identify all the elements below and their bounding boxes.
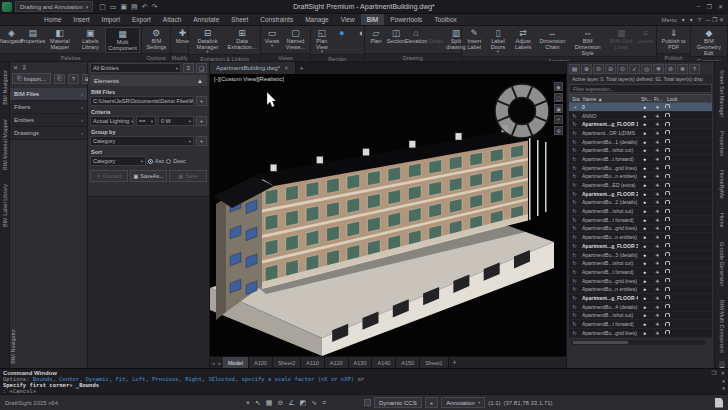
layer-row[interactable]: ↻ApartmentBu...3 (details)●☀ (569, 251, 712, 260)
bim-geometry-edit-button[interactable]: ◆BIM Geometry Edit (692, 27, 726, 56)
show-layer-icon[interactable]: ● (638, 243, 651, 249)
layer-row[interactable]: ↻ApartmentBu...grid lines)●☀ (569, 329, 712, 338)
freeze-layer-icon[interactable]: ☀ (651, 295, 664, 301)
command-option-link[interactable]: specify a scale factor (nX or nXP) (242, 376, 355, 382)
sort-combo[interactable]: Category▾ (90, 156, 146, 166)
close-tab-icon[interactable]: ✕ (284, 65, 289, 71)
layer-row[interactable]: ↻Apartment...g_FLOOR 4●☀ (569, 294, 712, 303)
freeze-layer-icon[interactable]: ☀ (651, 199, 664, 205)
show-layer-icon[interactable]: ● (638, 286, 651, 292)
chevron-down-icon[interactable]: ▾ (690, 16, 693, 23)
palette-tab-sheet-set-manager[interactable]: Sheet Set Manager (719, 64, 725, 123)
adjust-labels-button[interactable]: ⇄Adjust Labels (510, 27, 536, 56)
add-bim-file-button[interactable]: + (196, 96, 207, 106)
datalink-manager-button[interactable]: ⊟Datalink Manager▾ (190, 27, 225, 54)
show-layer-icon[interactable]: ● (638, 295, 651, 301)
menu-manage[interactable]: Manage (299, 14, 335, 25)
new-file-icon[interactable]: ▢ (99, 3, 106, 11)
show-layer-icon[interactable]: ● (638, 208, 651, 214)
show-layer-icon[interactable]: ● (638, 173, 651, 179)
window-control-icon[interactable]: ❐ (712, 17, 719, 23)
named-views-button[interactable]: ▢Named Views... (282, 27, 309, 53)
lineweight-icon[interactable]: ≡ (322, 399, 326, 407)
viewport-controls-label[interactable]: [-][Custom View][Realistic] (214, 76, 284, 82)
layer-row[interactable]: ↻Apartment...g_FLOOR 3●☀ (569, 242, 712, 251)
freeze-layer-icon[interactable]: ☀ (651, 304, 664, 310)
bim-settings-button[interactable]: ⚙BIM Settings (143, 27, 169, 53)
polar-icon[interactable]: ∠ (288, 399, 294, 407)
command-option-link[interactable]: Left (132, 376, 145, 382)
viewport-tool-button-4[interactable]: ⚙ (554, 126, 563, 135)
label-doors-button[interactable]: ▯Label Doors▾ (486, 27, 510, 56)
add-scale-button[interactable]: + (425, 397, 439, 408)
freeze-layer-icon[interactable]: ☀ (651, 130, 664, 136)
show-layer-icon[interactable]: ● (638, 121, 651, 127)
palette-tab-bim-multi-component[interactable]: BIM Multi Component (719, 294, 725, 359)
freeze-layer-icon[interactable]: ☀ (651, 208, 664, 214)
labels-library-button[interactable]: ▣Labels Library (76, 27, 105, 53)
menu-export[interactable]: Export (126, 14, 157, 25)
elements-section-header[interactable]: Elements ▲ (90, 75, 207, 86)
layer-row[interactable]: ➜0●☀ (569, 103, 712, 112)
data-extraction-button[interactable]: ⊞Data Extraction... (225, 27, 259, 54)
palette-tab-properties[interactable]: Properties (719, 125, 725, 162)
freeze-layer-icon[interactable]: ☀ (651, 225, 664, 231)
layer-row[interactable]: ↻ApartmentB...t forward)●☀ (569, 155, 712, 164)
layer-row[interactable]: ↻Apartment...OR 1(DIMS●☀ (569, 129, 712, 138)
freeze-layer-icon[interactable]: ☀ (651, 286, 664, 292)
redo-icon[interactable]: ↷ (152, 3, 158, 11)
freeze-layer-icon[interactable]: ☀ (651, 234, 664, 240)
render-sphere-icon[interactable]: ● (332, 27, 352, 54)
show-layer-icon[interactable]: ● (638, 139, 651, 145)
entity-filter-combo[interactable]: All Entities▾ (90, 63, 181, 73)
palette-tab-bim-label-library[interactable]: BIM Label Library (2, 178, 8, 233)
show-layer-icon[interactable]: ● (638, 199, 651, 205)
model-viewport[interactable]: [-][Custom View][Realistic] (210, 74, 566, 356)
viewport-tool-button-3[interactable]: ⌖ (554, 115, 563, 124)
layer-row[interactable]: ↻ApartmentB...tshot cut)●☀ (569, 312, 712, 321)
group-by-combo[interactable]: Category▾ (90, 136, 194, 146)
esnap-icon[interactable]: ◩ (300, 399, 307, 407)
sort-desc-radio[interactable]: Desc (166, 158, 186, 164)
palette-tab-bim-navigator[interactable]: BIM Navigator (2, 64, 8, 111)
workspace-selector[interactable]: Drafting and Annotation ▾ (15, 1, 93, 12)
close-icon[interactable]: ✕ (13, 64, 18, 71)
freeze-layer-icon[interactable]: ☀ (651, 191, 664, 197)
import-button[interactable]: ⎗ Import... (12, 73, 51, 84)
delete-layer-icon[interactable]: ⊖ (605, 64, 616, 74)
freeze-layer-icon[interactable]: ☀ (651, 269, 664, 275)
plan-button[interactable]: ▱Plan (366, 27, 386, 53)
add-group-button[interactable]: + (196, 136, 207, 146)
annotation-scale-combo[interactable]: Annotation ▾ (441, 397, 485, 408)
window-control-icon[interactable]: ✕ (718, 3, 723, 10)
menu-insert[interactable]: Insert (67, 14, 95, 25)
plan-view-button[interactable]: ◱Plan View▾ (312, 27, 332, 54)
collapse-icon[interactable]: ▲ (197, 78, 203, 84)
save-as-button[interactable]: ▣SaveAs... (130, 170, 168, 182)
show-layer-icon[interactable]: ● (638, 113, 651, 119)
sheet-tab-sheet2[interactable]: Sheet2 (273, 357, 301, 368)
freeze-layer-icon[interactable]: ☀ (651, 165, 664, 171)
show-layer-icon[interactable]: ● (638, 156, 651, 162)
layer-row[interactable]: ↻ApartmentB...tshot cut)●☀ (569, 207, 712, 216)
pin-icon[interactable]: ⊼ (22, 64, 26, 71)
menu-bim[interactable]: BIM (361, 14, 385, 25)
purge-icon[interactable]: ⊗ (677, 64, 688, 74)
freeze-layer-icon[interactable]: ☀ (651, 312, 664, 318)
layer-row[interactable]: ↻ApartmentBu...grid lines)●☀ (569, 277, 712, 286)
layer-row[interactable]: ↻ApartmentB...t forward)●☀ (569, 216, 712, 225)
pointer-icon[interactable]: ↖ (255, 399, 261, 407)
freeze-layer-icon[interactable]: ☀ (651, 147, 664, 153)
freeze-layer-icon[interactable]: ☀ (651, 121, 664, 127)
viewport-tool-button-0[interactable]: ◉ (554, 82, 563, 91)
grid-icon[interactable]: ▦ (266, 399, 273, 407)
show-layer-icon[interactable]: ● (638, 217, 651, 223)
layer-row[interactable]: ↻ApartmentB...t forward)●☀ (569, 320, 712, 329)
command-option-link[interactable]: Previous (152, 376, 179, 382)
viewport-tool-button-2[interactable]: ▣ (554, 104, 563, 113)
sheet-tab-a130[interactable]: A130 (349, 357, 373, 368)
show-layer-icon[interactable]: ● (638, 278, 651, 284)
command-option-link[interactable]: Fit (116, 376, 126, 382)
freeze-layer-icon[interactable]: ☀ (651, 330, 664, 336)
layers-horizontal-scrollbar[interactable] (571, 340, 706, 345)
